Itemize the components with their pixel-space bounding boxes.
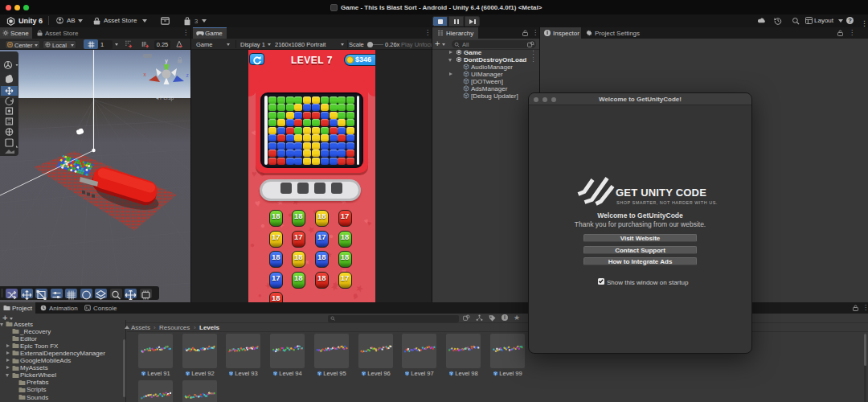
svg-text:y: y [165, 58, 168, 64]
svg-text:z: z [186, 72, 188, 78]
svg-text:◂ Persp: ◂ Persp [156, 95, 174, 101]
